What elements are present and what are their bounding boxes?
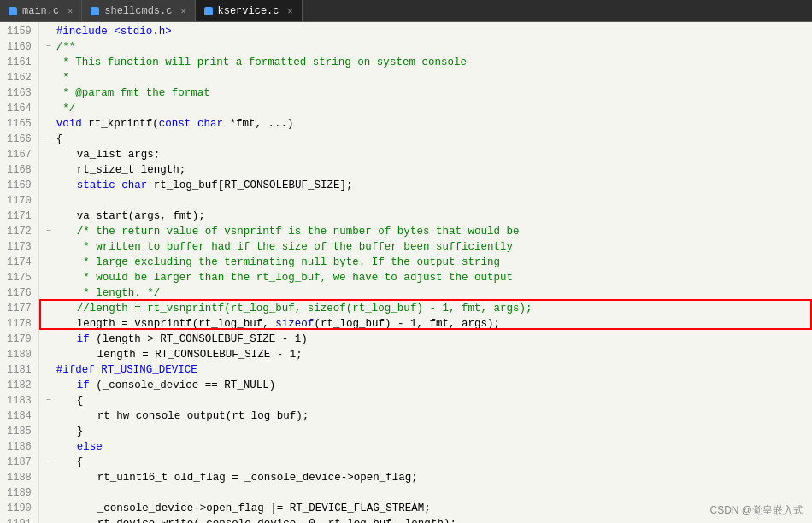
code-line: else	[46, 439, 805, 455]
token: (_console_device == RT_NULL)	[90, 379, 276, 391]
code-line: static char rt_log_buf[RT_CONSOLEBUF_SIZ…	[46, 178, 805, 193]
tab-label-shellcmds-c: shellcmds.c	[104, 5, 172, 17]
token: * written to buffer had if the size of t…	[77, 241, 513, 253]
code-line: * would be larger than the rt_log_buf, w…	[46, 270, 805, 285]
code-lines: #include <stdio.h>−/** * This function w…	[39, 22, 812, 523]
token: *fmt, ...)	[223, 118, 294, 130]
code-line: rt_size_t length;	[46, 162, 805, 178]
code-line: −{	[46, 132, 805, 147]
token: va_list args;	[77, 149, 161, 161]
token: //length = rt_vsnprintf(rt_log_buf, size…	[77, 303, 533, 314]
token: {	[77, 395, 84, 407]
code-line: //length = rt_vsnprintf(rt_log_buf, size…	[46, 301, 805, 316]
code-line: #ifdef RT_USING_DEVICE	[46, 362, 805, 378]
token: * would be larger than the rt_log_buf, w…	[77, 272, 513, 284]
token: void	[56, 118, 82, 130]
tab-icon-shellcmds-c	[91, 7, 99, 15]
tab-bar: main.c ✕ shellcmds.c ✕ kservice.c ✕	[0, 0, 812, 22]
code-line: rt_hw_console_output(rt_log_buf);	[46, 408, 805, 424]
code-line: −{	[46, 393, 805, 408]
fold-button[interactable]: −	[46, 455, 56, 470]
code-line: length = vsnprintf(rt_log_buf, sizeof(rt…	[46, 316, 805, 332]
code-line: * large excluding the terminating null b…	[46, 255, 805, 270]
tab-icon-main-c	[9, 7, 17, 15]
token: static	[77, 179, 115, 191]
tab-close-shellcmds-c[interactable]: ✕	[180, 6, 185, 16]
editor-body: 1159116011611162116311641165116611671168…	[0, 22, 812, 523]
token: (length > RT_CONSOLEBUF_SIZE - 1)	[90, 333, 308, 345]
token: */	[56, 103, 76, 115]
code-line	[46, 193, 805, 209]
tab-label-kservice-c: kservice.c	[218, 5, 279, 17]
token: if	[77, 333, 90, 345]
token: * @param fmt the format	[56, 87, 210, 99]
fold-button[interactable]: −	[46, 39, 56, 55]
code-line: _console_device->open_flag |= RT_DEVICE_…	[46, 501, 805, 516]
code-line: void rt_kprintf(const char *fmt, ...)	[46, 116, 805, 132]
code-line: −{	[46, 455, 805, 470]
editor-window: main.c ✕ shellcmds.c ✕ kservice.c ✕ 1159…	[0, 0, 812, 523]
token: {	[77, 456, 84, 468]
token	[191, 118, 197, 130]
code-line	[46, 485, 805, 501]
code-line: * @param fmt the format	[46, 85, 805, 101]
token: * This function will print a formatted s…	[56, 56, 467, 68]
token: _console_device->open_flag |= RT_DEVICE_…	[97, 502, 431, 514]
code-line: * This function will print a formatted s…	[46, 55, 805, 70]
fold-button[interactable]: −	[46, 393, 56, 408]
code-panel[interactable]: #include <stdio.h>−/** * This function w…	[39, 22, 812, 523]
token: }	[77, 426, 84, 438]
code-line: }	[46, 424, 805, 439]
tab-close-kservice-c[interactable]: ✕	[288, 6, 293, 16]
tab-close-main-c[interactable]: ✕	[68, 6, 73, 16]
code-line: */	[46, 101, 805, 116]
watermark: CSDN @觉皇嵌入式	[709, 503, 803, 518]
token: length = vsnprintf(rt_log_buf,	[77, 318, 276, 330]
code-line: rt_uint16_t old_flag = _console_device->…	[46, 470, 805, 485]
tab-main-c[interactable]: main.c ✕	[0, 0, 82, 21]
token: rt_log_buf[RT_CONSOLEBUF_SIZE];	[147, 179, 352, 191]
fold-button[interactable]: −	[46, 224, 56, 239]
token: else	[77, 441, 103, 453]
token: /**	[56, 41, 76, 53]
token: (rt_log_buf) - 1, fmt, args);	[314, 318, 500, 330]
token: /* the return value of vsnprintf is the …	[77, 226, 520, 238]
code-line: * written to buffer had if the size of t…	[46, 239, 805, 255]
tab-kservice-c[interactable]: kservice.c ✕	[196, 0, 303, 21]
token: rt_kprintf(	[82, 118, 159, 130]
token: char	[121, 179, 147, 191]
code-line: length = RT_CONSOLEBUF_SIZE - 1;	[46, 347, 805, 362]
code-line: #include <stdio.h>	[46, 24, 805, 39]
code-line: * length. */	[46, 285, 805, 301]
code-line: −/**	[46, 39, 805, 55]
token: #ifdef RT_USING_DEVICE	[56, 364, 197, 376]
token: #include <stdio.h>	[56, 26, 172, 38]
code-line: va_start(args, fmt);	[46, 209, 805, 224]
code-line: if (_console_device == RT_NULL)	[46, 378, 805, 393]
code-line: rt_device_write(_console_device, 0, rt_l…	[46, 516, 805, 523]
fold-button[interactable]: −	[46, 132, 56, 147]
token: * large excluding the terminating null b…	[77, 256, 500, 268]
token: va_start(args, fmt);	[77, 210, 205, 222]
code-line: *	[46, 70, 805, 85]
code-line: va_list args;	[46, 147, 805, 162]
token: rt_device_write(_console_device, 0, rt_l…	[97, 518, 456, 523]
token: length = RT_CONSOLEBUF_SIZE - 1;	[97, 349, 303, 361]
tab-label-main-c: main.c	[22, 5, 59, 17]
token: sizeof	[275, 318, 314, 330]
token: const	[159, 118, 191, 130]
token: *	[56, 72, 69, 84]
token: * length. */	[77, 287, 161, 299]
token: if	[77, 379, 90, 391]
code-line: −/* the return value of vsnprintf is the…	[46, 224, 805, 239]
token: rt_hw_console_output(rt_log_buf);	[97, 410, 309, 422]
token: rt_uint16_t old_flag = _console_device->…	[97, 472, 418, 484]
token: {	[56, 133, 63, 145]
token: rt_size_t length;	[77, 164, 186, 176]
token: char	[197, 118, 223, 130]
tab-shellcmds-c[interactable]: shellcmds.c ✕	[82, 0, 195, 21]
tab-icon-kservice-c	[204, 7, 213, 15]
line-numbers-panel: 1159116011611162116311641165116611671168…	[0, 22, 39, 523]
code-line: if (length > RT_CONSOLEBUF_SIZE - 1)	[46, 332, 805, 347]
